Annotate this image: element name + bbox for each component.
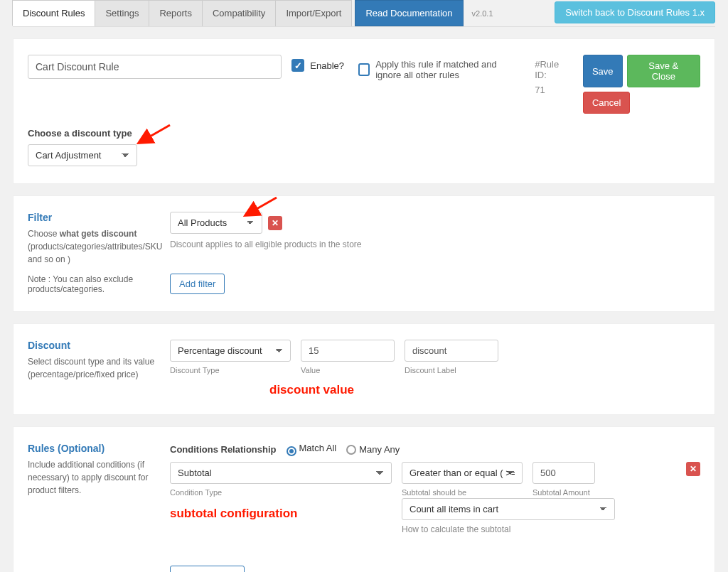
match-all-radio[interactable]: Match All — [287, 443, 337, 456]
add-condition-button[interactable]: Add condition — [170, 566, 245, 572]
rule-id-label: #Rule ID: — [535, 59, 559, 80]
tab-import-export[interactable]: Import/Export — [275, 0, 352, 26]
cancel-button[interactable]: Cancel — [583, 92, 630, 114]
filter-section-title: Filter — [28, 212, 160, 223]
filter-desc-2: (products/categories/attributes/SKU and … — [28, 242, 162, 264]
subtotal-operator-select[interactable]: Greater than or equal ( >= ) — [402, 462, 523, 484]
discount-section-title: Discount — [28, 340, 160, 351]
tab-settings[interactable]: Settings — [95, 0, 149, 26]
discount-desc: Select discount type and its value (perc… — [28, 357, 154, 379]
read-documentation-button[interactable]: Read Documentation — [355, 0, 463, 26]
enable-checkbox[interactable] — [291, 59, 304, 72]
rule-id-value: 71 — [535, 85, 573, 95]
tab-compatibility[interactable]: Compatibility — [202, 0, 276, 26]
discount-value-input[interactable] — [301, 340, 395, 362]
conditions-relationship-label: Conditions Relationship — [170, 444, 277, 455]
subtotal-amount-sublabel: Subtotal Amount — [532, 488, 595, 497]
rules-desc: Include additional conditions (if necess… — [28, 460, 148, 495]
remove-condition-button[interactable]: ✕ — [686, 462, 700, 476]
enable-label: Enable? — [310, 60, 344, 71]
tab-reports[interactable]: Reports — [149, 0, 203, 26]
version-label: v2.0.1 — [472, 9, 493, 18]
apply-if-matched-label: Apply this rule if matched and ignore al… — [375, 59, 518, 80]
subtotal-calc-sublabel: How to calculate the subtotal — [402, 524, 700, 534]
discount-type-select[interactable]: Cart Adjustment — [28, 144, 137, 166]
filter-note: Note : You can also exclude products/cat… — [28, 274, 160, 294]
apply-if-matched-checkbox[interactable] — [358, 63, 370, 76]
discount-value-sublabel: Value — [301, 366, 395, 374]
subtotal-operator-sublabel: Subtotal should be — [402, 488, 523, 497]
subtotal-calc-select[interactable]: Count all items in cart — [402, 498, 615, 520]
discount-label-sublabel: Discount Label — [405, 366, 498, 374]
rule-title-input[interactable] — [28, 55, 282, 79]
discount-label-input[interactable] — [405, 340, 498, 362]
discount-type-sublabel: Discount Type — [170, 366, 291, 374]
condition-type-select[interactable]: Subtotal — [170, 462, 392, 484]
filter-help: Discount applies to all eligible product… — [170, 239, 700, 249]
annotation-discount-value: discount value — [269, 383, 700, 397]
choose-discount-type-label: Choose a discount type — [28, 128, 132, 139]
filter-products-select[interactable]: All Products — [170, 212, 262, 234]
rules-section-title: Rules (Optional) — [28, 443, 160, 454]
remove-filter-button[interactable]: ✕ — [268, 216, 282, 230]
condition-type-sublabel: Condition Type — [170, 488, 392, 497]
subtotal-amount-input[interactable] — [532, 462, 595, 484]
discount-type-value-select[interactable]: Percentage discount — [170, 340, 291, 362]
add-filter-button[interactable]: Add filter — [170, 274, 225, 294]
svg-line-0 — [140, 125, 170, 142]
filter-desc-1: Choose — [28, 229, 60, 239]
tab-discount-rules[interactable]: Discount Rules — [12, 0, 95, 26]
many-any-radio[interactable]: Many Any — [346, 444, 400, 455]
save-close-button[interactable]: Save & Close — [627, 55, 700, 87]
save-button[interactable]: Save — [583, 55, 623, 87]
switch-version-button[interactable]: Switch back to Discount Rules 1.x — [555, 1, 715, 23]
filter-desc-bold: what gets discount — [60, 229, 137, 239]
